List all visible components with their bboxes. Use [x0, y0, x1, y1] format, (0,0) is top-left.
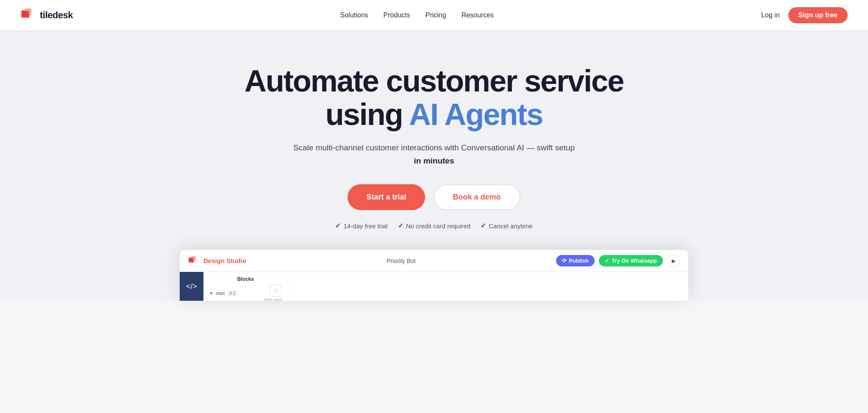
nav-actions: Log in Sign up free: [761, 7, 848, 23]
ds-logo-icon: [188, 256, 198, 266]
nav-products[interactable]: Products: [384, 11, 410, 19]
signup-button[interactable]: Sign up free: [788, 7, 848, 23]
hero-subtitle-plain: Scale multi-channel customer interaction…: [293, 143, 575, 152]
nav-resources[interactable]: Resources: [462, 11, 494, 19]
logo-link[interactable]: tiledesk: [20, 8, 73, 23]
dashboard-topbar: Design Studio Priority Bot ⟳ Publish ✓ T…: [180, 250, 688, 272]
ds-title: Design Studio: [203, 257, 246, 264]
ds-mostused-label: Most used: [264, 297, 282, 301]
ds-play-button[interactable]: ▶: [667, 255, 680, 267]
trust-item-1: ✓No credit card required: [398, 222, 471, 230]
book-demo-button[interactable]: Book a demo: [434, 184, 520, 210]
ds-sidebar: </>: [180, 272, 203, 301]
ds-center-label: Priority Bot: [251, 258, 551, 264]
navbar: tiledesk Solutions Products Pricing Reso…: [0, 0, 868, 30]
ds-publish-icon: ⟳: [562, 258, 567, 264]
start-trial-button[interactable]: Start a trial: [348, 184, 425, 210]
trust-item-0: ✓14-day free trial: [335, 222, 387, 230]
svg-rect-5: [189, 258, 193, 262]
ds-blocks-panel: Blocks ✦ start # 1 ☆ Most used: [203, 272, 288, 301]
ds-item-icon: ✦: [209, 291, 213, 296]
ds-item-label: start: [216, 291, 225, 296]
hero-subtitle: Scale multi-channel customer interaction…: [290, 141, 578, 167]
check-icon-2: ✓: [481, 222, 486, 230]
ds-share-icon: </>: [186, 282, 197, 291]
hero-title: Automate customer service using AI Agent…: [243, 64, 625, 131]
ds-publish-button[interactable]: ⟳ Publish: [556, 255, 595, 266]
ds-whatsapp-button[interactable]: ✓ Try On Whatsapp: [599, 255, 663, 266]
nav-solutions[interactable]: Solutions: [340, 11, 368, 19]
hero-title-ai-agents: AI Agents: [409, 97, 542, 131]
ds-play-icon: ▶: [672, 258, 676, 264]
nav-links: Solutions Products Pricing Resources: [340, 11, 494, 19]
hero-trust-indicators: ✓14-day free trial ✓No credit card requi…: [8, 222, 860, 230]
dashboard-preview: Design Studio Priority Bot ⟳ Publish ✓ T…: [180, 250, 688, 301]
hero-subtitle-bold: in minutes: [414, 156, 454, 165]
check-icon-0: ✓: [335, 222, 341, 230]
ds-action-buttons: ⟳ Publish ✓ Try On Whatsapp ▶: [556, 255, 680, 267]
hero-title-line2-plain: using: [326, 97, 409, 131]
login-button[interactable]: Log in: [761, 11, 780, 19]
hero-buttons: Start a trial Book a demo: [8, 184, 860, 210]
nav-pricing[interactable]: Pricing: [426, 11, 446, 19]
ds-star-icon: ☆: [274, 288, 278, 294]
ds-content-row: </> Blocks ✦ start # 1 ☆ Most used: [180, 272, 688, 301]
svg-rect-2: [22, 11, 29, 17]
ds-star-button[interactable]: ☆: [270, 285, 282, 297]
ds-panel-title: Blocks: [209, 276, 282, 282]
logo-icon: [20, 8, 36, 23]
hero-title-line1: Automate customer service: [245, 64, 623, 98]
trust-item-2: ✓Cancel anytime: [481, 222, 532, 230]
logo-text: tiledesk: [40, 10, 73, 21]
ds-panel-item: ✦ start # 1 ☆ Most used: [209, 285, 282, 301]
check-icon-1: ✓: [398, 222, 403, 230]
ds-item-badge: # 1: [227, 291, 237, 296]
hero-section: Automate customer service using AI Agent…: [0, 30, 868, 301]
ds-whatsapp-icon: ✓: [605, 258, 609, 264]
